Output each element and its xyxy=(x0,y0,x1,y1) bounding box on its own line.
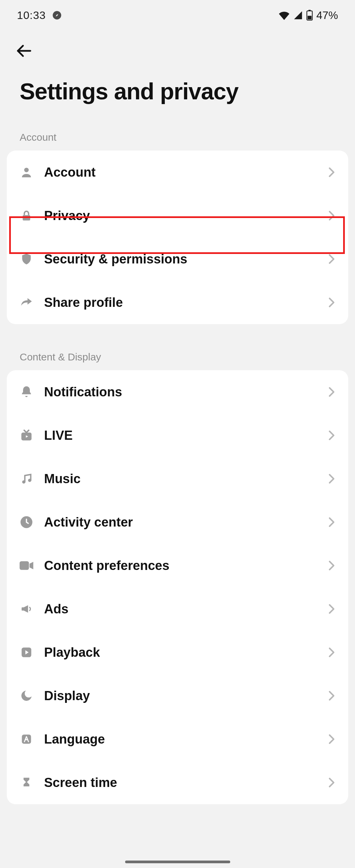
row-label: Account xyxy=(44,165,317,180)
row-security-permissions[interactable]: Security & permissions xyxy=(7,237,348,281)
tv-icon xyxy=(18,427,35,443)
chevron-right-icon xyxy=(327,647,337,657)
svg-point-10 xyxy=(28,479,32,482)
chevron-right-icon xyxy=(327,387,337,397)
svg-rect-12 xyxy=(20,561,29,570)
row-content-preferences[interactable]: Content preferences xyxy=(7,544,348,587)
svg-rect-3 xyxy=(308,16,312,20)
battery-icon xyxy=(306,10,313,21)
row-label: LIVE xyxy=(44,428,317,443)
shield-icon xyxy=(18,251,35,267)
svg-rect-6 xyxy=(23,215,30,220)
chevron-right-icon xyxy=(327,254,337,264)
nav-row xyxy=(0,31,355,75)
bell-icon xyxy=(18,384,35,400)
clock-icon xyxy=(18,514,35,530)
svg-rect-2 xyxy=(309,10,311,11)
hourglass-icon xyxy=(18,774,35,791)
music-icon xyxy=(18,471,35,487)
row-screen-time[interactable]: Screen time xyxy=(7,761,348,804)
row-label: Display xyxy=(44,689,317,703)
row-label: Content preferences xyxy=(44,558,317,573)
chevron-right-icon xyxy=(327,167,337,177)
row-label: Screen time xyxy=(44,775,317,790)
row-playback[interactable]: Playback xyxy=(7,631,348,674)
row-label: Privacy xyxy=(44,209,317,223)
wifi-icon xyxy=(278,11,290,20)
row-live[interactable]: LIVE xyxy=(7,414,348,457)
section-header-account: Account xyxy=(0,125,355,151)
play-square-icon xyxy=(18,644,35,660)
row-account[interactable]: Account xyxy=(7,151,348,194)
person-icon xyxy=(18,164,35,180)
megaphone-icon xyxy=(18,601,35,617)
chevron-right-icon xyxy=(327,734,337,744)
status-left: 10:33 xyxy=(17,9,62,22)
lock-icon xyxy=(18,208,35,224)
row-label: Security & permissions xyxy=(44,252,317,267)
section-header-content-display: Content & Display xyxy=(0,344,355,370)
chevron-right-icon xyxy=(327,517,337,527)
chevron-right-icon xyxy=(327,604,337,614)
svg-point-5 xyxy=(24,168,28,172)
compass-icon xyxy=(52,10,62,20)
row-label: Notifications xyxy=(44,385,317,399)
chevron-right-icon xyxy=(327,430,337,440)
card-content-display: Notifications LIVE Music xyxy=(7,370,348,804)
row-label: Music xyxy=(44,472,317,486)
row-ads[interactable]: Ads xyxy=(7,587,348,631)
row-share-profile[interactable]: Share profile xyxy=(7,281,348,324)
chevron-right-icon xyxy=(327,691,337,701)
back-button[interactable] xyxy=(14,41,34,61)
status-clock: 10:33 xyxy=(17,9,46,22)
row-label: Ads xyxy=(44,602,317,616)
row-label: Language xyxy=(44,732,317,747)
row-language[interactable]: Language xyxy=(7,717,348,761)
row-label: Activity center xyxy=(44,515,317,530)
row-display[interactable]: Display xyxy=(7,674,348,717)
chevron-right-icon xyxy=(327,474,337,484)
language-icon xyxy=(18,731,35,747)
row-activity-center[interactable]: Activity center xyxy=(7,500,348,544)
status-right: 47% xyxy=(278,9,338,22)
row-privacy[interactable]: Privacy xyxy=(7,194,348,237)
svg-point-9 xyxy=(22,480,25,484)
share-icon xyxy=(18,294,35,311)
chevron-right-icon xyxy=(327,777,337,788)
chevron-right-icon xyxy=(327,297,337,308)
page-title: Settings and privacy xyxy=(0,75,355,125)
row-label: Share profile xyxy=(44,295,317,310)
cellular-icon xyxy=(293,11,303,20)
card-account: Account Privacy Security & permissions xyxy=(7,151,348,324)
chevron-right-icon xyxy=(327,560,337,571)
row-notifications[interactable]: Notifications xyxy=(7,370,348,414)
row-music[interactable]: Music xyxy=(7,457,348,500)
moon-icon xyxy=(18,688,35,704)
battery-percent: 47% xyxy=(316,9,338,22)
home-indicator[interactable] xyxy=(125,861,230,863)
status-bar: 10:33 47% xyxy=(0,0,355,31)
row-label: Playback xyxy=(44,645,317,660)
video-icon xyxy=(18,557,35,574)
chevron-right-icon xyxy=(327,211,337,221)
